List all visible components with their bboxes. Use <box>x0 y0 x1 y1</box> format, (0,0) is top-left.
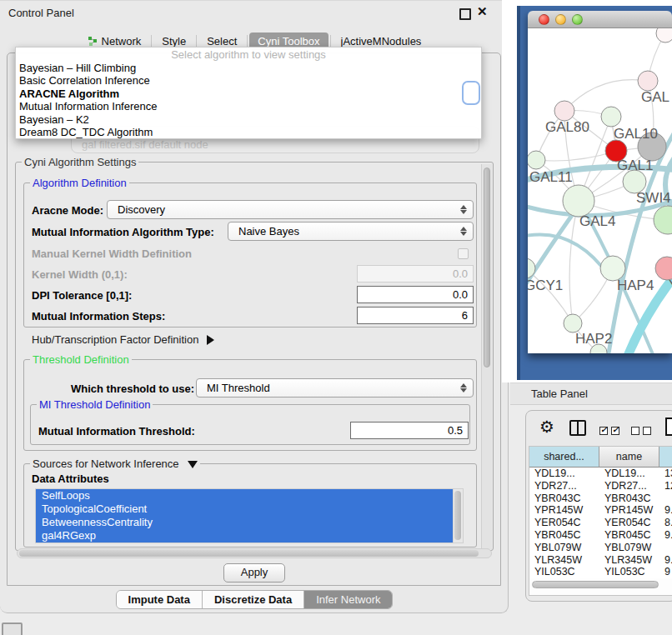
cell: YDL19... <box>599 468 659 480</box>
settings-hscrollbar[interactable] <box>17 548 492 558</box>
tab-label: Style <box>162 35 186 48</box>
cell: YBR043C <box>529 492 599 505</box>
algorithm-option-dream8-dc-tdc-algorithm[interactable]: Dream8 DC_TDC Algorithm <box>19 126 478 138</box>
apply-button[interactable]: Apply <box>223 563 285 582</box>
network-window-titlebar[interactable] <box>528 11 672 28</box>
column-header-col-3[interactable] <box>659 447 672 468</box>
mi-threshold-label: Mutual Information Threshold: <box>38 425 195 438</box>
cell: YER054C <box>599 517 659 529</box>
cell: YER054C <box>529 517 599 529</box>
table-panel: ⚙ shared...name YDL19...YDL19...13YDR27.… <box>525 410 672 602</box>
algorithm-option-bayesian-hill-climbing[interactable]: Bayesian – Hill Climbing <box>19 62 478 74</box>
zoom-traffic-light[interactable] <box>572 14 583 25</box>
table-row[interactable]: YBR043CYBR043C <box>529 492 672 505</box>
table-row[interactable]: YLR345WYLR345W9. <box>529 554 672 567</box>
settings-vscrollbar[interactable] <box>481 164 492 549</box>
bottom-tab-impute-data[interactable]: Impute Data <box>117 591 202 608</box>
algorithm-option-bayesian-k2[interactable]: Bayesian – K2 <box>19 113 478 126</box>
network-node-gal10[interactable] <box>601 107 621 127</box>
bottom-tab-discretize-data[interactable]: Discretize Data <box>202 591 303 608</box>
table-panel-titlebar: Table Panel <box>510 382 672 405</box>
node-label-gal11: GAL11 <box>529 169 573 185</box>
manual-kernel-checkbox[interactable] <box>458 248 469 259</box>
algorithm-option-mutual-information-inference[interactable]: Mutual Information Inference <box>19 100 478 112</box>
network-node-gal80[interactable] <box>554 101 574 121</box>
hub-section-toggle[interactable]: Hub/Transcription Factor Definition <box>32 333 214 346</box>
column-layout-icon[interactable] <box>569 420 586 436</box>
mi-steps-field[interactable]: 6 <box>357 307 474 324</box>
screen: Control Panel ✕ NetworkStyleSelectCyni T… <box>0 0 672 635</box>
table-row[interactable]: YDR27...YDR27...12 <box>529 480 672 492</box>
attribute-list-scrollbar[interactable] <box>453 489 463 542</box>
cell: YLR345W <box>599 554 659 567</box>
table-hscrollbar[interactable] <box>531 580 671 589</box>
algorithm-dropdown: Select algorithm to view settings Bayesi… <box>15 47 482 139</box>
table-row[interactable]: YER054CYER054C8. <box>529 517 672 529</box>
attribute-selfloops[interactable]: SelfLoops <box>36 489 453 502</box>
attribute-gal4rgexp[interactable]: gal4RGexp <box>36 529 453 542</box>
table-row[interactable]: YDL19...YDL19...13 <box>529 468 672 480</box>
minimize-traffic-light[interactable] <box>555 14 566 25</box>
float-window-icon[interactable] <box>459 8 471 20</box>
close-icon[interactable]: ✕ <box>477 4 488 19</box>
which-threshold-select[interactable]: MI Threshold <box>196 378 474 398</box>
network-canvas[interactable]: GALGAL80GAL10GAL1GAL11SWI4GAL4GCY1HAP4YH… <box>528 28 672 353</box>
network-edge-strong <box>528 234 609 277</box>
dropdown-prompt: Select algorithm to view settings <box>16 48 481 61</box>
close-traffic-light[interactable] <box>539 14 549 25</box>
node-label-y: Y <box>669 278 672 293</box>
dpi-tolerance-field[interactable]: 0.0 <box>357 286 474 303</box>
tab-separator <box>330 35 331 47</box>
group-title: Algorithm Definition <box>30 177 129 189</box>
mi-steps-label: Mutual Information Steps: <box>32 310 165 322</box>
table-toolbar: ⚙ <box>526 418 672 442</box>
cell <box>659 542 672 554</box>
kernel-width-field[interactable]: 0.0 <box>357 265 474 282</box>
attribute-items: SelfLoopsTopologicalCoefficientBetweenne… <box>36 489 463 542</box>
cell: 8. <box>659 517 672 529</box>
attribute-topologicalcoefficient[interactable]: TopologicalCoefficient <box>36 502 453 516</box>
table-row[interactable]: YIL053CYIL053C9 <box>529 566 672 578</box>
network-edge <box>564 80 648 111</box>
mi-threshold-field[interactable]: 0.5 <box>350 422 469 439</box>
network-node[interactable] <box>654 206 672 234</box>
group-title: MI Threshold Definition <box>37 398 153 411</box>
attribute-betweennesscentrality[interactable]: BetweennessCentrality <box>36 516 453 529</box>
select-all-columns-icon[interactable] <box>599 423 623 438</box>
mi-type-select[interactable]: Naive Bayes <box>228 222 474 241</box>
algorithm-option-aracne-algorithm[interactable]: ARACNE Algorithm <box>19 88 478 100</box>
network-node-gal4[interactable] <box>563 185 594 217</box>
network-combo-text: gal filtered.sif default node <box>82 138 208 151</box>
export-table-icon[interactable] <box>665 418 672 436</box>
node-label-hap2: HAP2 <box>575 331 612 347</box>
aracne-mode-label: Aracne Mode: <box>32 204 103 217</box>
network-node-gal11[interactable] <box>528 151 545 169</box>
dpi-tolerance-label: DPI Tolerance [0,1]: <box>32 289 132 302</box>
node-label-gal10: GAL10 <box>614 126 658 142</box>
network-icon <box>88 36 98 46</box>
group-title: Threshold Definition <box>30 353 132 366</box>
settings-gear-icon[interactable]: ⚙ <box>539 418 554 435</box>
node-label-gal80: GAL80 <box>545 119 589 135</box>
expanded-arrow-icon <box>188 461 198 468</box>
combo-focus-fragment[interactable] <box>462 81 480 105</box>
bottom-tab-infer-network[interactable]: Infer Network <box>303 591 392 608</box>
network-node[interactable] <box>656 28 672 42</box>
deselect-columns-icon[interactable] <box>631 423 654 438</box>
collapse-panel-button[interactable] <box>2 622 23 635</box>
column-header-name[interactable]: name <box>599 447 659 468</box>
network-node-hap2[interactable] <box>564 314 582 332</box>
cell: YIL053C <box>599 566 659 578</box>
table-row[interactable]: YBR045CYBR045C9. <box>529 529 672 542</box>
column-header-shared[interactable]: shared... <box>529 447 599 468</box>
network-node-y[interactable] <box>655 257 672 280</box>
table-row[interactable]: YPR145WYPR145W9. <box>529 504 672 517</box>
algorithm-option-basic-correlation-inference[interactable]: Basic Correlation Inference <box>19 74 478 87</box>
table-row[interactable]: YBL079WYBL079W <box>529 542 672 554</box>
tab-label: Cyni Toolbox <box>258 35 319 48</box>
aracne-mode-select[interactable]: Discovery <box>107 200 474 219</box>
tab-label: Select <box>207 35 237 48</box>
sources-toggle[interactable]: Sources for Network Inference <box>30 458 200 470</box>
network-node-gal[interactable] <box>638 71 658 91</box>
manual-kernel-label: Manual Kernel Width Definition <box>32 248 192 260</box>
